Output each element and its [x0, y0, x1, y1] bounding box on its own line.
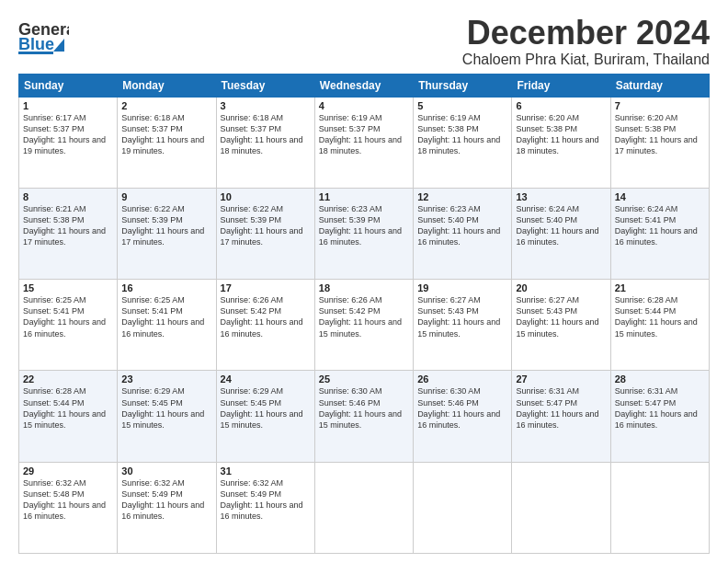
calendar-header-row: Sunday Monday Tuesday Wednesday Thursday… [19, 74, 710, 97]
day-number: 17 [221, 282, 311, 293]
calendar-week-row: 15Sunrise: 6:25 AMSunset: 5:41 PMDayligh… [19, 280, 710, 371]
table-cell: 8Sunrise: 6:21 AMSunset: 5:38 PMDaylight… [19, 188, 118, 279]
calendar-table: Sunday Monday Tuesday Wednesday Thursday… [18, 74, 710, 554]
day-info: Sunrise: 6:24 AMSunset: 5:40 PMDaylight:… [516, 203, 606, 248]
table-cell: 2Sunrise: 6:18 AMSunset: 5:37 PMDaylight… [118, 97, 216, 188]
logo-icon: General Blue [18, 15, 69, 59]
table-cell: 15Sunrise: 6:25 AMSunset: 5:41 PMDayligh… [19, 280, 118, 371]
calendar-week-row: 1Sunrise: 6:17 AMSunset: 5:37 PMDaylight… [19, 97, 710, 188]
day-info: Sunrise: 6:31 AMSunset: 5:47 PMDaylight:… [615, 385, 705, 431]
day-number: 13 [516, 191, 606, 202]
day-info: Sunrise: 6:32 AMSunset: 5:49 PMDaylight:… [221, 477, 311, 523]
table-cell: 3Sunrise: 6:18 AMSunset: 5:37 PMDaylight… [216, 97, 314, 188]
table-cell: 30Sunrise: 6:32 AMSunset: 5:49 PMDayligh… [118, 462, 216, 553]
table-cell: 10Sunrise: 6:22 AMSunset: 5:39 PMDayligh… [216, 188, 314, 279]
title-block: December 2024 Chaloem Phra Kiat, Buriram… [462, 15, 710, 68]
day-number: 24 [221, 373, 311, 385]
day-number: 1 [23, 100, 113, 111]
table-cell [314, 462, 413, 553]
day-number: 21 [615, 282, 705, 293]
table-cell: 17Sunrise: 6:26 AMSunset: 5:42 PMDayligh… [216, 280, 314, 371]
day-info: Sunrise: 6:30 AMSunset: 5:46 PMDaylight:… [417, 385, 507, 431]
day-number: 28 [615, 373, 705, 385]
day-number: 12 [417, 191, 507, 202]
day-info: Sunrise: 6:27 AMSunset: 5:43 PMDaylight:… [417, 294, 507, 339]
day-info: Sunrise: 6:25 AMSunset: 5:41 PMDaylight:… [121, 294, 211, 339]
day-info: Sunrise: 6:26 AMSunset: 5:42 PMDaylight:… [319, 294, 409, 339]
day-info: Sunrise: 6:20 AMSunset: 5:38 PMDaylight:… [516, 112, 606, 157]
day-number: 26 [417, 373, 507, 385]
table-cell: 6Sunrise: 6:20 AMSunset: 5:38 PMDaylight… [512, 97, 610, 188]
day-info: Sunrise: 6:18 AMSunset: 5:37 PMDaylight:… [221, 112, 311, 157]
day-number: 3 [221, 100, 311, 111]
header: General Blue December 2024 Chaloem Phra … [18, 15, 710, 68]
col-tuesday: Tuesday [216, 74, 314, 97]
day-info: Sunrise: 6:22 AMSunset: 5:39 PMDaylight:… [121, 203, 211, 248]
col-monday: Monday [118, 74, 216, 97]
table-cell: 26Sunrise: 6:30 AMSunset: 5:46 PMDayligh… [414, 371, 512, 462]
table-cell: 28Sunrise: 6:31 AMSunset: 5:47 PMDayligh… [610, 371, 709, 462]
day-info: Sunrise: 6:32 AMSunset: 5:48 PMDaylight:… [23, 477, 113, 523]
col-thursday: Thursday [414, 74, 512, 97]
day-info: Sunrise: 6:29 AMSunset: 5:45 PMDaylight:… [221, 385, 311, 431]
calendar-week-row: 29Sunrise: 6:32 AMSunset: 5:48 PMDayligh… [19, 462, 710, 553]
day-number: 4 [319, 100, 409, 111]
table-cell: 13Sunrise: 6:24 AMSunset: 5:40 PMDayligh… [512, 188, 610, 279]
table-cell: 7Sunrise: 6:20 AMSunset: 5:38 PMDaylight… [610, 97, 709, 188]
table-cell: 16Sunrise: 6:25 AMSunset: 5:41 PMDayligh… [118, 280, 216, 371]
day-number: 15 [23, 282, 113, 293]
day-number: 16 [121, 282, 211, 293]
day-info: Sunrise: 6:18 AMSunset: 5:37 PMDaylight:… [121, 112, 211, 157]
table-cell: 5Sunrise: 6:19 AMSunset: 5:38 PMDaylight… [414, 97, 512, 188]
table-cell: 12Sunrise: 6:23 AMSunset: 5:40 PMDayligh… [414, 188, 512, 279]
table-cell [512, 462, 610, 553]
svg-text:Blue: Blue [18, 35, 54, 53]
table-cell: 23Sunrise: 6:29 AMSunset: 5:45 PMDayligh… [118, 371, 216, 462]
table-cell: 14Sunrise: 6:24 AMSunset: 5:41 PMDayligh… [610, 188, 709, 279]
svg-marker-3 [53, 39, 64, 52]
table-cell: 9Sunrise: 6:22 AMSunset: 5:39 PMDaylight… [118, 188, 216, 279]
day-info: Sunrise: 6:24 AMSunset: 5:41 PMDaylight:… [615, 203, 705, 248]
day-number: 23 [121, 373, 211, 385]
col-sunday: Sunday [19, 74, 118, 97]
day-info: Sunrise: 6:19 AMSunset: 5:37 PMDaylight:… [319, 112, 409, 157]
col-saturday: Saturday [610, 74, 709, 97]
day-number: 20 [516, 282, 606, 293]
day-info: Sunrise: 6:19 AMSunset: 5:38 PMDaylight:… [417, 112, 507, 157]
day-info: Sunrise: 6:25 AMSunset: 5:41 PMDaylight:… [23, 294, 113, 339]
day-info: Sunrise: 6:20 AMSunset: 5:38 PMDaylight:… [615, 112, 705, 157]
col-wednesday: Wednesday [314, 74, 413, 97]
table-cell: 22Sunrise: 6:28 AMSunset: 5:44 PMDayligh… [19, 371, 118, 462]
day-number: 2 [121, 100, 211, 111]
table-cell [414, 462, 512, 553]
calendar-week-row: 22Sunrise: 6:28 AMSunset: 5:44 PMDayligh… [19, 371, 710, 462]
day-info: Sunrise: 6:31 AMSunset: 5:47 PMDaylight:… [516, 385, 606, 431]
table-cell: 4Sunrise: 6:19 AMSunset: 5:37 PMDaylight… [314, 97, 413, 188]
day-number: 22 [23, 373, 113, 385]
calendar-week-row: 8Sunrise: 6:21 AMSunset: 5:38 PMDaylight… [19, 188, 710, 279]
table-cell: 18Sunrise: 6:26 AMSunset: 5:42 PMDayligh… [314, 280, 413, 371]
day-number: 31 [221, 465, 311, 477]
day-number: 5 [417, 100, 507, 111]
day-info: Sunrise: 6:23 AMSunset: 5:40 PMDaylight:… [417, 203, 507, 248]
day-number: 7 [615, 100, 705, 111]
table-cell: 20Sunrise: 6:27 AMSunset: 5:43 PMDayligh… [512, 280, 610, 371]
month-title: December 2024 [462, 15, 710, 52]
table-cell: 31Sunrise: 6:32 AMSunset: 5:49 PMDayligh… [216, 462, 314, 553]
day-number: 19 [417, 282, 507, 293]
table-cell: 21Sunrise: 6:28 AMSunset: 5:44 PMDayligh… [610, 280, 709, 371]
day-number: 29 [23, 465, 113, 477]
day-info: Sunrise: 6:30 AMSunset: 5:46 PMDaylight:… [319, 385, 409, 431]
col-friday: Friday [512, 74, 610, 97]
day-info: Sunrise: 6:22 AMSunset: 5:39 PMDaylight:… [221, 203, 311, 248]
day-info: Sunrise: 6:28 AMSunset: 5:44 PMDaylight:… [23, 385, 113, 431]
day-info: Sunrise: 6:28 AMSunset: 5:44 PMDaylight:… [615, 294, 705, 339]
day-info: Sunrise: 6:23 AMSunset: 5:39 PMDaylight:… [319, 203, 409, 248]
day-number: 9 [121, 191, 211, 202]
page: General Blue December 2024 Chaloem Phra … [0, 0, 728, 563]
day-number: 14 [615, 191, 705, 202]
table-cell [610, 462, 709, 553]
day-info: Sunrise: 6:17 AMSunset: 5:37 PMDaylight:… [23, 112, 113, 157]
day-number: 6 [516, 100, 606, 111]
day-number: 30 [121, 465, 211, 477]
